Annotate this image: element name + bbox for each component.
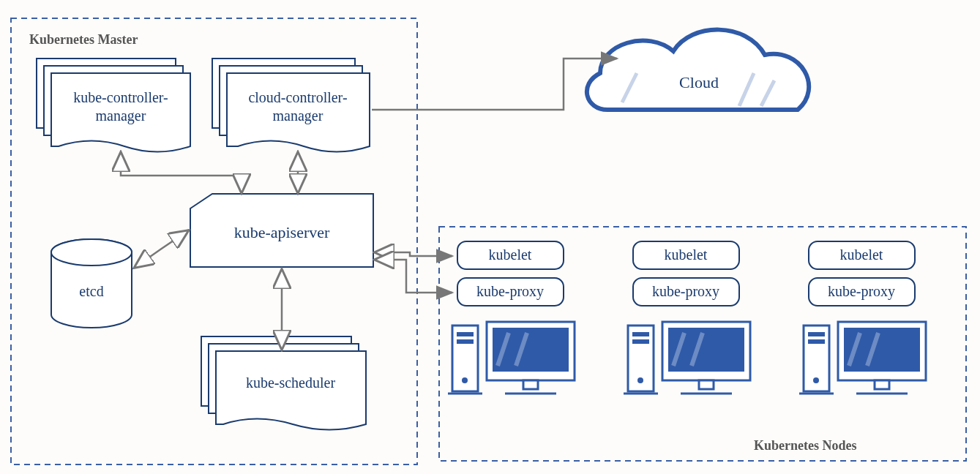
node2-kubelet-label: kubelet (665, 247, 708, 263)
computer-icon (799, 322, 926, 394)
node1-kubeproxy-label: kube-proxy (476, 283, 544, 300)
node2-kubeproxy-label: kube-proxy (652, 283, 719, 300)
nodes-section-label: Kubernetes Nodes (754, 438, 857, 453)
svg-rect-13 (632, 339, 649, 344)
arrow-apiserver-kubeproxy (376, 260, 452, 293)
kube-scheduler-label: kube-scheduler (246, 375, 336, 391)
etcd-cylinder: etcd (51, 239, 132, 328)
cloud-controller-manager-label-l2: manager (273, 108, 323, 124)
master-section-label: Kubernetes Master (29, 32, 138, 47)
cloud-label: Cloud (679, 73, 719, 91)
kube-controller-manager-label-l1: kube-controller- (73, 89, 168, 105)
computer-icon (624, 322, 750, 394)
svg-rect-4 (457, 339, 474, 344)
arrow-ccm-cloud (372, 59, 617, 110)
svg-point-14 (637, 377, 643, 383)
arrow-apiserver-kubelet (376, 252, 452, 256)
node1-kubelet-label: kubelet (489, 247, 532, 263)
node3-kubelet-label: kubelet (840, 247, 883, 263)
svg-point-23 (813, 377, 819, 383)
kube-controller-manager-box: kube-controller- manager (37, 59, 190, 152)
svg-rect-27 (875, 380, 889, 389)
node3-kubeproxy-label: kube-proxy (828, 283, 895, 300)
arrow-kcm-apiserver (121, 154, 242, 192)
kube-apiserver-label: kube-apiserver (234, 223, 330, 241)
svg-rect-18 (699, 380, 714, 389)
architecture-diagram: Kubernetes Master Kubernetes Nodes kube-… (0, 0, 980, 474)
cloud-icon: Cloud (587, 30, 809, 110)
cloud-controller-manager-label-l1: cloud-controller- (248, 89, 347, 105)
kube-controller-manager-label-l2: manager (96, 108, 146, 124)
node-1: kubelet kube-proxy (448, 241, 575, 394)
kube-scheduler-box: kube-scheduler (201, 336, 366, 430)
svg-rect-12 (632, 332, 649, 336)
etcd-label: etcd (79, 283, 103, 299)
cloud-controller-manager-box: cloud-controller- manager (212, 59, 370, 152)
svg-rect-22 (808, 339, 825, 344)
kube-apiserver-box: kube-apiserver (190, 194, 373, 267)
svg-point-5 (462, 377, 468, 383)
computer-icon (448, 322, 575, 394)
node-2: kubelet kube-proxy (624, 241, 750, 394)
svg-rect-9 (523, 380, 538, 389)
node-3: kubelet kube-proxy (799, 241, 926, 394)
svg-rect-21 (808, 332, 825, 336)
arrow-etcd-apiserver (135, 231, 187, 267)
svg-point-1 (51, 239, 132, 266)
svg-rect-3 (457, 332, 474, 336)
